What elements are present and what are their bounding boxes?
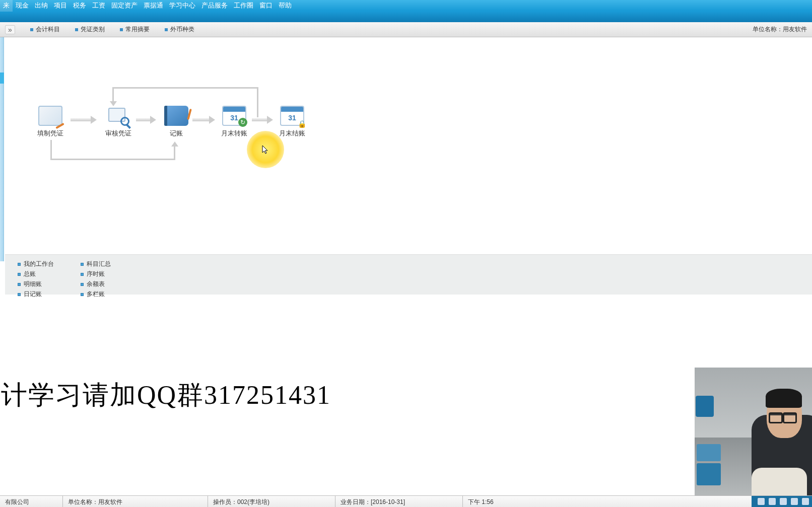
menu-item-cash[interactable]: 现金 — [13, 0, 32, 12]
webcam-overlay — [695, 368, 812, 495]
square-icon — [81, 273, 84, 276]
menu-item-workcircle[interactable]: 工作圈 — [231, 0, 256, 12]
toolbar-item-forex[interactable]: 外币种类 — [165, 25, 194, 34]
link-label: 多栏账 — [87, 290, 105, 299]
link-label: 日记账 — [24, 290, 42, 299]
square-icon — [18, 263, 21, 266]
unit-name-label: 单位名称：用友软件 — [753, 25, 807, 34]
menu-item-lai[interactable]: 来 — [0, 0, 13, 12]
square-icon — [81, 293, 84, 296]
menu-item-bills[interactable]: 票据通 — [141, 0, 166, 12]
voucher-icon — [38, 106, 62, 126]
status-date: 业务日期：[2016-10-31] — [335, 496, 463, 507]
menu-item-tax[interactable]: 税务 — [70, 0, 89, 12]
arrow-right-icon — [71, 117, 97, 122]
tray-icon[interactable] — [769, 498, 776, 505]
link-label: 明细账 — [24, 280, 42, 288]
bullet-icon — [75, 28, 78, 31]
toolbar: » 会计科目 凭证类别 常用摘要 外币种类 单位名称：用友软件 — [0, 22, 812, 37]
workflow-canvas: 填制凭证 审核凭证 记账 31 月末转账 31 月末结账 — [5, 43, 812, 254]
flow-line — [257, 87, 258, 117]
tray-icon[interactable] — [758, 498, 765, 505]
flow-label: 记账 — [156, 129, 196, 138]
arrow-right-icon — [192, 117, 215, 122]
link-journal[interactable]: 日记账 — [18, 290, 54, 299]
system-tray — [752, 496, 812, 507]
menu-item-help[interactable]: 帮助 — [276, 0, 295, 12]
flow-node-post[interactable]: 记账 — [156, 106, 196, 138]
flow-label: 审核凭证 — [98, 129, 139, 138]
menu-item-salary[interactable]: 工资 — [89, 0, 108, 12]
toolbar-item-common-summary[interactable]: 常用摘要 — [120, 25, 150, 34]
calendar-lock-icon: 31 — [280, 106, 304, 126]
arrow-up-icon — [171, 141, 178, 147]
flow-label: 月末结账 — [272, 129, 312, 138]
arrow-right-icon — [252, 117, 273, 122]
tray-icon[interactable] — [780, 498, 787, 505]
square-icon — [18, 293, 21, 296]
square-icon — [81, 283, 84, 286]
menu-item-fixed-assets[interactable]: 固定资产 — [108, 0, 141, 12]
flow-line — [112, 87, 258, 89]
calendar-refresh-icon: 31 — [222, 106, 246, 126]
link-label: 余额表 — [87, 280, 105, 288]
flow-node-month-transfer[interactable]: 31 月末转账 — [214, 106, 254, 138]
main-menu-bar: 来 现金 出纳 项目 税务 工资 固定资产 票据通 学习中心 产品服务 工作圈 … — [0, 0, 812, 11]
tray-icon[interactable] — [791, 498, 798, 505]
quick-links-panel: 我的工作台 总账 明细账 日记账 科目汇总 序时账 余额表 多栏账 — [5, 254, 812, 295]
toolbar-item-voucher-type[interactable]: 凭证类别 — [75, 25, 105, 34]
menu-item-products[interactable]: 产品服务 — [198, 0, 231, 12]
link-label: 我的工作台 — [24, 260, 54, 268]
tray-icon[interactable] — [802, 498, 809, 505]
status-operator: 操作员：002(李培培) — [208, 496, 335, 507]
collapse-button[interactable]: » — [5, 25, 15, 34]
link-multi-column[interactable]: 多栏账 — [81, 290, 111, 299]
flow-line — [50, 159, 175, 160]
flow-line — [174, 146, 175, 160]
menu-item-window[interactable]: 窗口 — [256, 0, 276, 12]
bullet-icon — [30, 28, 33, 31]
toolbar-label: 会计科目 — [36, 25, 60, 34]
header-strip — [0, 11, 812, 22]
menu-item-cashier[interactable]: 出纳 — [32, 0, 51, 12]
toolbar-label: 外币种类 — [170, 25, 194, 34]
bullet-icon — [120, 28, 123, 31]
status-bar: 有限公司 单位名称：用友软件 操作员：002(李培培) 业务日期：[2016-1… — [0, 495, 812, 507]
link-label: 序时账 — [87, 270, 105, 278]
menu-item-learning[interactable]: 学习中心 — [166, 0, 198, 12]
status-company: 有限公司 — [0, 496, 63, 507]
square-icon — [18, 273, 21, 276]
left-sidebar-edge[interactable] — [0, 37, 4, 261]
flow-line — [112, 87, 114, 102]
link-balance-sheet[interactable]: 余额表 — [81, 280, 111, 288]
link-my-workbench[interactable]: 我的工作台 — [18, 260, 54, 268]
link-detail-ledger[interactable]: 明细账 — [18, 280, 54, 288]
link-chrono[interactable]: 序时账 — [81, 270, 111, 278]
toolbar-item-accounts[interactable]: 会计科目 — [30, 25, 60, 34]
link-account-summary[interactable]: 科目汇总 — [81, 260, 111, 268]
status-unit: 单位名称：用友软件 — [63, 496, 208, 507]
flow-line — [50, 140, 52, 160]
bullet-icon — [165, 28, 168, 31]
toolbar-label: 常用摘要 — [125, 25, 150, 34]
watermark-text: 计学习请加QQ群317251431 — [1, 378, 331, 413]
flow-node-review-voucher[interactable]: 审核凭证 — [98, 106, 139, 138]
arrow-right-icon — [136, 117, 156, 122]
flow-node-month-close[interactable]: 31 月末结账 — [272, 106, 312, 138]
square-icon — [81, 263, 84, 266]
link-label: 科目汇总 — [87, 260, 111, 268]
review-icon — [106, 106, 130, 126]
book-icon — [164, 106, 188, 126]
link-label: 总账 — [24, 270, 36, 278]
menu-item-project[interactable]: 项目 — [51, 0, 70, 12]
flow-label: 填制凭证 — [30, 129, 71, 138]
toolbar-label: 凭证类别 — [81, 25, 105, 34]
flow-node-make-voucher[interactable]: 填制凭证 — [30, 106, 71, 138]
square-icon — [18, 283, 21, 286]
link-general-ledger[interactable]: 总账 — [18, 270, 54, 278]
flow-label: 月末转账 — [214, 129, 254, 138]
